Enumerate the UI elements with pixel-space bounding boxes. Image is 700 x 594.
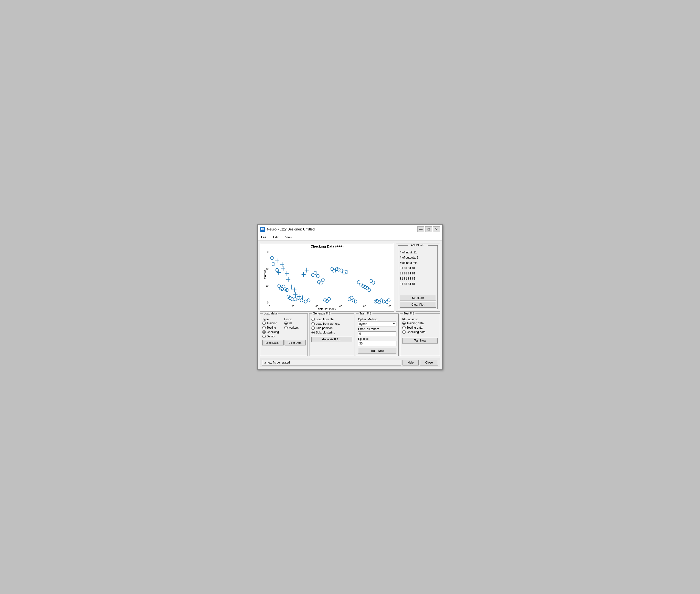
load-data-title: Load data [263,312,278,315]
bottom-panels: Load data Type: Training [260,314,440,356]
plot-section: Checking Data (+++) 60 40 20 0 Output [260,243,440,311]
plot-testing-data[interactable]: Testing data [402,326,438,329]
x-axis-label: data set index [260,307,394,311]
train-fis-panel: Train FIS Optim. Method: hybrid ▼ Error … [356,314,399,356]
plot-against-group: Training data Testing data Checking data [402,322,438,334]
menu-view[interactable]: View [284,235,293,239]
test-fis-panel: Test FIS Plot against: Training data Tes… [400,314,440,356]
type-testing[interactable]: Testing [262,326,284,329]
train-fis-title: Train FIS [358,312,373,315]
maximize-button[interactable]: □ [425,226,432,232]
optim-method-label: Optim. Method: [358,318,396,321]
load-data-panel: Load data Type: Training [260,314,308,356]
generate-fis-panel: Generate FIS Load from file Load from wo… [309,314,354,356]
type-training[interactable]: Training [262,322,284,325]
structure-button[interactable]: Structure [400,295,436,301]
anfis-info: # of input: 21 # of outputs: 1 # of inpu… [400,250,436,287]
generate-fis-button[interactable]: Generate FIS ... [311,337,352,342]
plot-against-label: Plot against: [402,318,438,321]
menu-edit[interactable]: Edit [272,235,279,239]
error-tolerance-label: Error Tolerance: [358,327,396,331]
type-radio-group: Training Testing Checking [262,322,284,338]
epochs-input[interactable]: 30 [358,341,396,346]
source-file[interactable]: file [284,322,306,325]
y-axis-label: Output [263,270,267,279]
close-window-button[interactable]: ✕ [433,226,440,232]
error-tolerance-input[interactable]: 0 [358,331,396,336]
test-fis-title: Test FIS [403,312,415,315]
optim-method-dropdown[interactable]: hybrid ▼ [358,322,396,326]
plot-training-data[interactable]: Training data [402,322,438,325]
status-bar: a new fis generated Help Close [260,358,440,367]
close-button[interactable]: Close [420,360,438,365]
status-message: a new fis generated [262,360,401,365]
test-now-button[interactable]: Test Now [402,338,438,343]
help-button[interactable]: Help [403,360,419,365]
from-label: From: [284,318,306,321]
clear-data-button[interactable]: Clear Data [285,340,306,345]
plot-canvas [269,251,391,304]
svg-rect-2 [269,251,391,304]
load-data-button[interactable]: Load Data... [262,340,284,345]
plot-container: Checking Data (+++) 60 40 20 0 Output [260,243,394,311]
dropdown-arrow-icon: ▼ [393,323,395,325]
clear-plot-button[interactable]: Clear Plot [400,302,436,308]
anfis-panel-title: ANFIS Info. [408,244,428,246]
app-icon: NF [260,227,265,232]
type-demo[interactable]: Demo [262,335,284,338]
generate-fis-title: Generate FIS [312,312,331,315]
epochs-label: Epochs: [358,337,396,340]
fis-load-workspace[interactable]: Load from worksp. [311,322,352,325]
fis-sub-clustering[interactable]: Sub. clustering [311,331,352,334]
menu-file[interactable]: File [260,235,267,239]
window-title: Neuro-Fuzzy Designer: Untitled [267,227,315,231]
plot-checking-data[interactable]: Checking data [402,330,438,334]
main-content: Checking Data (+++) 60 40 20 0 Output [258,241,442,369]
plot-outer: Checking Data (+++) 60 40 20 0 Output [260,243,394,311]
source-radio-group: file worksp. [284,322,306,329]
main-window: NF Neuro-Fuzzy Designer: Untitled — □ ✕ … [257,224,443,370]
fis-grid-partition[interactable]: Grid partition [311,326,352,330]
fis-load-file[interactable]: Load from file [311,318,352,321]
fis-options-group: Load from file Load from worksp. Grid pa… [311,318,352,334]
anfis-panel: ANFIS Info. # of input: 21 # of outputs:… [396,243,440,311]
type-label: Type: [262,318,284,321]
minimize-button[interactable]: — [417,226,424,232]
source-workspace[interactable]: worksp. [284,326,306,329]
type-checking[interactable]: Checking [262,330,284,334]
plot-svg [269,251,391,304]
title-bar: NF Neuro-Fuzzy Designer: Untitled — □ ✕ [258,225,442,234]
plot-title: Checking Data (+++) [260,243,394,249]
menu-bar: File Edit View [258,234,442,241]
train-now-button[interactable]: Train Now [358,348,396,354]
svg-text:NF: NF [261,228,264,231]
